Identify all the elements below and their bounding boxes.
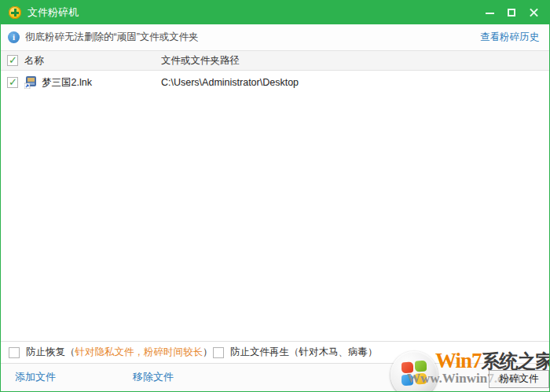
minimize-icon (486, 13, 494, 14)
prevent-recovery-prefix: 防止恢复（ (26, 346, 75, 357)
prevent-recovery-suffix: ） (203, 346, 213, 357)
window-title: 文件粉碎机 (28, 1, 79, 24)
column-header-name[interactable]: 名称 (24, 51, 44, 70)
infobar: 彻底粉碎无法删除的“顽固”文件或文件夹 查看粉碎历史 (1, 24, 549, 50)
list-header: 名称 文件或文件夹路径 (1, 50, 549, 71)
file-name: 梦三国2.lnk (42, 72, 92, 93)
close-button[interactable] (522, 1, 544, 24)
minimize-button[interactable] (478, 1, 500, 24)
window-controls (478, 1, 544, 24)
prevent-recovery-highlight: 针对隐私文件，粉碎时间较长 (75, 346, 204, 357)
row-checkbox[interactable] (7, 77, 18, 88)
file-path: C:\Users\Administrator\Desktop (161, 72, 299, 93)
select-all-checkbox[interactable] (7, 55, 18, 66)
info-message: 彻底粉碎无法删除的“顽固”文件或文件夹 (25, 24, 199, 50)
app-icon (9, 6, 21, 19)
app-window: 文件粉碎机 彻底粉碎无法删除的“顽固”文件或文件夹 查看粉碎历史 名称 文件或文… (0, 0, 550, 392)
footer-bar: 添加文件 移除文件 粉碎文件 (1, 364, 549, 391)
column-header-path[interactable]: 文件或文件夹路径 (161, 51, 240, 70)
prevent-regeneration-label: 防止文件再生（针对木马、病毒） (230, 342, 378, 363)
info-icon (8, 31, 20, 43)
titlebar: 文件粉碎机 (1, 1, 549, 24)
add-file-button[interactable]: 添加文件 (15, 364, 56, 390)
view-shred-history-link[interactable]: 查看粉碎历史 (480, 24, 539, 50)
options-bar: 防止恢复（针对隐私文件，粉碎时间较长） 防止文件再生（针对木马、病毒） (1, 341, 549, 364)
maximize-button[interactable] (500, 1, 522, 24)
shortcut-file-icon (24, 76, 37, 89)
remove-file-button[interactable]: 移除文件 (133, 364, 174, 390)
table-row[interactable]: 梦三国2.lnk C:\Users\Administrator\Desktop (1, 72, 549, 93)
prevent-recovery-checkbox[interactable] (9, 347, 20, 358)
shred-files-button[interactable]: 粉碎文件 (489, 370, 549, 388)
prevent-recovery-label: 防止恢复（针对隐私文件，粉碎时间较长） (26, 342, 213, 363)
prevent-regeneration-checkbox[interactable] (213, 347, 224, 358)
maximize-icon (508, 9, 515, 16)
